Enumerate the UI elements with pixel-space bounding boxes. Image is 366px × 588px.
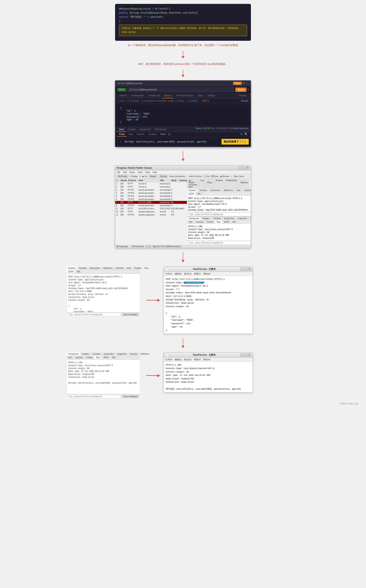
- list-item[interactable]: 4200HTTPSevents.launchdarl.../events/bul…: [115, 191, 187, 195]
- resp-raw-cu[interactable]: Raw: [94, 356, 102, 359]
- resp-tab-hexview[interactable]: HexView: [249, 217, 251, 220]
- list-item[interactable]: 11200HTTPSanalytics.getpostm.../events25…: [115, 213, 187, 216]
- tab-fiddlerscript[interactable]: FiddlerScript: [225, 179, 239, 189]
- toolbar-stream[interactable]: Stream: [149, 175, 157, 178]
- np2-menu-file[interactable]: 文件(F): [165, 358, 172, 361]
- tab-pre-request[interactable]: Pre-request Script: [174, 93, 196, 98]
- req-tab-auth[interactable]: Auth: [235, 189, 242, 192]
- tab-body[interactable]: Body ●: [162, 93, 174, 98]
- np2-menu-help[interactable]: 帮助(H): [203, 358, 210, 361]
- resp-tab-raw[interactable]: Raw: [215, 220, 222, 224]
- resp-view-notepad-cu[interactable]: View in Notepad: [122, 395, 139, 398]
- search-icon[interactable]: 🔍: [243, 132, 249, 137]
- toolbar-any-process[interactable]: ⊕ Any Process: [189, 175, 202, 177]
- np1-menu-help[interactable]: 帮助(H): [203, 272, 210, 275]
- filter-icon[interactable]: ▤: [168, 132, 171, 137]
- rfmt-raw[interactable]: Raw: [127, 132, 135, 137]
- tab-cookies[interactable]: Cookies: [236, 93, 249, 98]
- resp-tab-headers[interactable]: Headers: [201, 217, 212, 220]
- opt-raw[interactable]: ● raw: [168, 99, 174, 102]
- toolbar-clear-cache[interactable]: Clear Cache: [233, 175, 244, 177]
- resp-cookies-cu[interactable]: Cookies: [84, 356, 94, 359]
- resp-caching-cu[interactable]: Caching: [74, 356, 84, 359]
- all-processes[interactable]: ⚡ All Processes: [130, 245, 144, 247]
- method-badge[interactable]: POST: [117, 88, 126, 92]
- edit-icon[interactable]: ✎: [243, 82, 245, 85]
- copy-icon[interactable]: ⧉: [239, 132, 243, 137]
- resp-imageview-cu[interactable]: ImageView: [115, 352, 128, 356]
- send-button[interactable]: Send: [235, 88, 246, 92]
- req-tab-textview[interactable]: TextView: [198, 189, 209, 192]
- minimize-btn[interactable]: −: [238, 166, 241, 169]
- toolbar-find[interactable]: 🔍 Find: [203, 175, 210, 177]
- beautify-btn[interactable]: Beautify: [241, 99, 249, 102]
- request-body-editor[interactable]: { "id": 1, "username": "李四", "password":…: [117, 105, 249, 126]
- rfmt-preview[interactable]: Preview: [135, 132, 146, 137]
- list-item[interactable]: 9200HTTPcsc3-2010-cf.vers.../CSC3-2010.c…: [115, 207, 187, 210]
- tab-settings[interactable]: Settings: [205, 93, 218, 98]
- tab-xml-cu[interactable]: XML: [75, 270, 83, 273]
- send-dropdown-icon[interactable]: ▾: [248, 88, 249, 91]
- resp-textview-cu[interactable]: TextView: [91, 352, 102, 356]
- np2-menu-edit[interactable]: 编辑(E): [175, 358, 182, 361]
- list-item[interactable]: 2200HTTPTunnel toevents.launchdarkly.com…: [115, 185, 187, 189]
- tab-webforms-cu[interactable]: WebForms: [102, 267, 114, 270]
- opt-urlencoded[interactable]: ◯ x-www-form-urlencoded: [141, 99, 167, 102]
- resp-find-input-cu[interactable]: [68, 395, 120, 398]
- resp-tab-xml[interactable]: XML: [231, 220, 238, 224]
- menu-file[interactable]: File: [117, 171, 120, 173]
- resp-tab-headers[interactable]: Headers (5): [137, 127, 153, 132]
- tab-authorization[interactable]: Authorization: [129, 93, 146, 98]
- tab-statistics[interactable]: 📊 Statistics: [239, 179, 250, 189]
- menu-tools[interactable]: Tools: [137, 171, 143, 173]
- tab-textview-cu[interactable]: TextView: [77, 267, 88, 270]
- tab-json[interactable]: JSON: [187, 192, 196, 196]
- resp-webview-cu[interactable]: WebView: [139, 352, 151, 356]
- resp-tab-json[interactable]: JSON: [222, 220, 231, 224]
- tab-orchestra[interactable]: 📻 Fiddler Orchestra Beta: [187, 179, 199, 189]
- list-item[interactable]: 1200HTTPTunnel toevents.launchdarkly.com…: [115, 182, 187, 185]
- resp-tab-auth[interactable]: Auth: [187, 220, 194, 224]
- list-item[interactable]: 5200HTTPSevents.launchdarl.../events/bul…: [115, 195, 187, 198]
- url-input[interactable]: 127.0.0.1:8080/user/echo2: [127, 87, 234, 92]
- menu-edit[interactable]: Edit: [123, 171, 127, 173]
- save-button[interactable]: Save: [233, 82, 242, 85]
- resp-headers-cu[interactable]: Headers: [80, 352, 91, 356]
- resp-tab-cookies[interactable]: Cookies: [126, 127, 137, 132]
- restore-btn[interactable]: □: [242, 166, 245, 169]
- tab-xml[interactable]: XML: [196, 192, 203, 196]
- resp-tab-body[interactable]: Body: [117, 127, 126, 132]
- tab-hexview-cu[interactable]: HexView: [114, 267, 125, 270]
- toolbar-winconfig[interactable]: WinConfig: [117, 175, 128, 178]
- np1-menu-format[interactable]: 格式(O): [184, 272, 191, 275]
- np1-minimize[interactable]: −: [240, 267, 243, 271]
- tab-tests[interactable]: Tests: [196, 93, 205, 98]
- req-tab-headers[interactable]: Headers: [187, 189, 198, 192]
- toolbar-decode[interactable]: Decode: [159, 175, 168, 178]
- resp-tab-textview[interactable]: TextView: [212, 217, 223, 220]
- toolbar-keep[interactable]: Keep: All sessions: [169, 175, 185, 177]
- opt-graphql[interactable]: ◯ GraphQL: [186, 99, 198, 102]
- resp-tab-imageview[interactable]: ImageView: [236, 217, 249, 220]
- tab-params[interactable]: Params: [117, 93, 129, 98]
- close-btn[interactable]: ✕: [246, 166, 249, 169]
- np2-menu-format[interactable]: 格式(O): [184, 358, 191, 361]
- tab-raw-cu[interactable]: Raw: [143, 267, 150, 270]
- list-item[interactable]: 10200HTTPanalytics.getpostm.../events6:0: [115, 210, 187, 213]
- opt-formdata[interactable]: ◯ form-data: [127, 99, 139, 102]
- more-icon[interactable]: ⋯: [246, 82, 249, 85]
- save-response-btn[interactable]: Save Response: [234, 127, 249, 132]
- np1-menu-edit[interactable]: 编辑(E): [175, 272, 182, 275]
- rfmt-visualize[interactable]: Visualize: [146, 132, 159, 137]
- format-dropdown[interactable]: JSON ▾: [201, 99, 209, 102]
- rfmt-pretty[interactable]: Pretty: [117, 132, 127, 137]
- opt-none[interactable]: ◯ none: [117, 99, 125, 102]
- np1-menu-view[interactable]: 查看(V): [194, 272, 201, 275]
- tab-timeline[interactable]: Timeline: [214, 179, 225, 189]
- tab-json-cu[interactable]: JSON: [67, 270, 75, 273]
- np1-restore[interactable]: □: [244, 267, 247, 271]
- tab-headers[interactable]: Headers (8): [146, 93, 162, 98]
- resp-tab-syntaxview[interactable]: SyntaxView: [223, 217, 236, 220]
- toolbar-browse[interactable]: ◉ Browse: [220, 175, 229, 177]
- tab-cookies-cu[interactable]: Cookies: [133, 267, 143, 270]
